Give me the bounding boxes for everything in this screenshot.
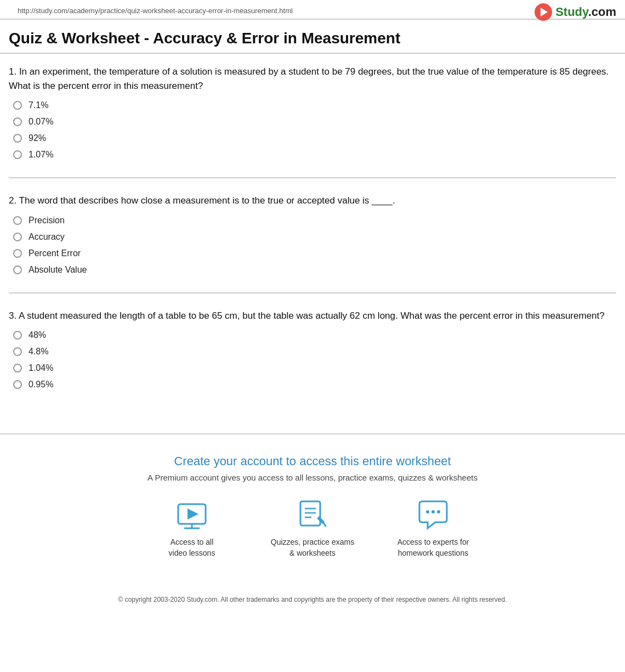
radio-1-1[interactable] <box>13 101 22 110</box>
question-block-1: 1. In an experiment, the temperature of … <box>9 65 616 178</box>
question-text-3: 3. A student measured the length of a ta… <box>9 309 616 323</box>
svg-point-11 <box>437 510 440 513</box>
option-row-2-3[interactable]: Percent Error <box>13 249 616 258</box>
logo-icon <box>535 3 552 21</box>
option-row-3-3[interactable]: 1.04% <box>13 363 616 373</box>
radio-1-3[interactable] <box>13 134 22 143</box>
svg-marker-1 <box>188 509 198 519</box>
upsell-section: Create your account to access this entir… <box>0 433 625 586</box>
option-row-1-4[interactable]: 1.07% <box>13 150 616 160</box>
quizzes-icon <box>296 499 329 532</box>
radio-2-3[interactable] <box>13 249 22 258</box>
option-label-2-2: Accuracy <box>29 232 65 242</box>
play-icon <box>541 8 548 16</box>
option-label-2-1: Precision <box>29 216 65 225</box>
quizzes-label: Quizzes, practice exams& worksheets <box>271 537 355 558</box>
option-row-1-2[interactable]: 0.07% <box>13 117 616 127</box>
option-label-3-3: 1.04% <box>29 363 53 373</box>
logo-text: Study.com <box>555 5 616 19</box>
expert-label: Access to experts forhomework questions <box>397 537 469 558</box>
url-bar: http://study.com/academy/practice/quiz-w… <box>9 2 302 19</box>
upsell-title: Create your account to access this entir… <box>9 454 616 468</box>
svg-point-10 <box>431 510 435 513</box>
logo-black: .com <box>588 5 616 19</box>
option-row-3-4[interactable]: 0.95% <box>13 380 616 389</box>
svg-point-9 <box>426 510 429 513</box>
option-row-2-4[interactable]: Absolute Value <box>13 265 616 275</box>
radio-2-2[interactable] <box>13 233 22 241</box>
content-area: 1. In an experiment, the temperature of … <box>0 54 625 433</box>
radio-1-4[interactable] <box>13 150 22 159</box>
radio-3-1[interactable] <box>13 331 22 340</box>
video-lessons-label: Access to allvideo lessons <box>169 537 215 558</box>
svg-line-8 <box>323 523 326 526</box>
option-row-1-1[interactable]: 7.1% <box>13 100 616 110</box>
option-label-2-4: Absolute Value <box>29 265 87 275</box>
video-lessons-icon <box>175 499 208 532</box>
expert-icon <box>417 499 450 532</box>
logo-bar: Study.com <box>535 3 616 21</box>
radio-3-4[interactable] <box>13 380 22 389</box>
option-row-2-2[interactable]: Accuracy <box>13 232 616 242</box>
upsell-icons-row: Access to allvideo lessons Quizzes, prac… <box>9 499 616 558</box>
option-row-3-2[interactable]: 4.8% <box>13 347 616 357</box>
question-block-3: 3. A student measured the length of a ta… <box>9 309 616 408</box>
feature-quizzes: Quizzes, practice exams& worksheets <box>269 499 356 558</box>
option-label-3-1: 48% <box>29 330 46 340</box>
radio-3-2[interactable] <box>13 347 22 356</box>
feature-video-lessons: Access to allvideo lessons <box>148 499 236 558</box>
option-label-1-4: 1.07% <box>29 150 53 160</box>
option-label-3-2: 4.8% <box>29 347 48 357</box>
option-label-1-3: 92% <box>29 133 46 143</box>
radio-1-2[interactable] <box>13 117 22 126</box>
option-label-1-1: 7.1% <box>29 100 48 110</box>
upsell-subtitle: A Premium account gives you access to al… <box>9 473 616 482</box>
option-label-3-4: 0.95% <box>29 380 53 389</box>
option-row-1-3[interactable]: 92% <box>13 133 616 143</box>
option-row-2-1[interactable]: Precision <box>13 216 616 225</box>
question-text-2: 2. The word that describes how close a m… <box>9 194 616 208</box>
question-block-2: 2. The word that describes how close a m… <box>9 194 616 293</box>
logo-green: Study <box>555 5 588 19</box>
feature-expert: Access to experts forhomework questions <box>389 499 477 558</box>
page-title: Quiz & Worksheet - Accuracy & Error in M… <box>0 20 625 54</box>
top-bar: http://study.com/academy/practice/quiz-w… <box>0 0 625 20</box>
option-label-2-3: Percent Error <box>29 249 81 258</box>
question-text-1: 1. In an experiment, the temperature of … <box>9 65 616 93</box>
radio-3-3[interactable] <box>13 364 22 372</box>
option-label-1-2: 0.07% <box>29 117 53 127</box>
radio-2-4[interactable] <box>13 266 22 274</box>
footer-copyright: © copyright 2003-2020 Study.com. All oth… <box>0 586 625 614</box>
option-row-3-1[interactable]: 48% <box>13 330 616 340</box>
radio-2-1[interactable] <box>13 216 22 225</box>
